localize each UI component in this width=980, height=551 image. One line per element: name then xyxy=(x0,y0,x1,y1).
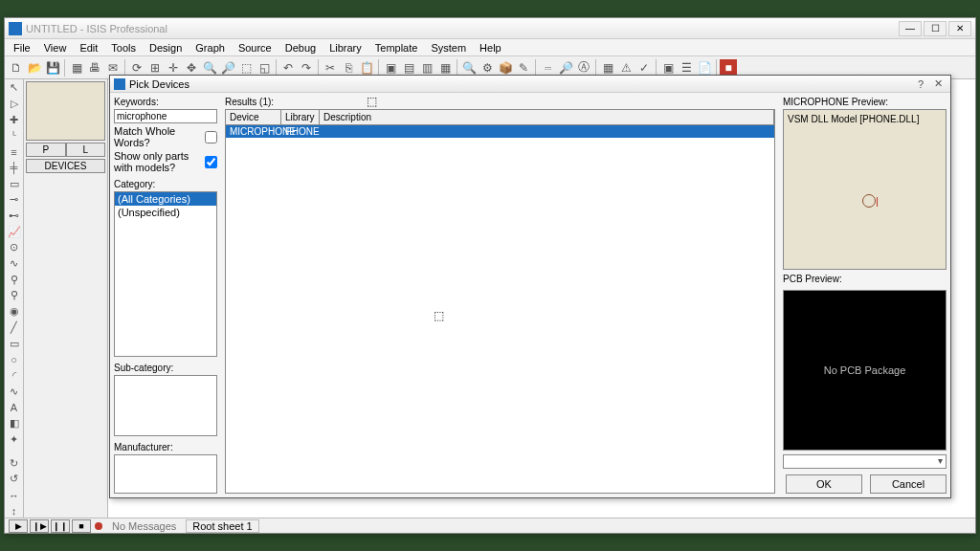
compile-icon[interactable]: ✓ xyxy=(635,59,653,77)
selection-icon[interactable]: ↖ xyxy=(7,81,22,95)
instrument-icon[interactable]: ◉ xyxy=(7,305,22,319)
bus-icon[interactable]: ╪ xyxy=(7,162,22,175)
symbol-icon[interactable]: ◧ xyxy=(7,417,22,430)
arc-icon[interactable]: ◜ xyxy=(7,369,22,383)
sim-pause-button[interactable]: ❙❙ xyxy=(51,519,70,533)
menu-file[interactable]: File xyxy=(7,40,37,55)
menu-debug[interactable]: Debug xyxy=(278,40,323,55)
category-list[interactable]: (All Categories) (Unspecified) xyxy=(114,191,217,357)
grid-icon[interactable]: ⊞ xyxy=(146,59,164,77)
print-area-icon[interactable]: ▦ xyxy=(68,59,85,77)
script-icon[interactable]: ≡ xyxy=(7,145,22,159)
pin-icon[interactable]: ⊷ xyxy=(7,209,22,223)
dialog-help-button[interactable]: ? xyxy=(912,78,929,90)
package-icon[interactable]: 📦 xyxy=(497,59,514,77)
mirror-h-icon[interactable]: ↔ xyxy=(7,489,22,502)
menu-edit[interactable]: Edit xyxy=(73,40,104,55)
netlist-icon[interactable]: ▦ xyxy=(599,59,616,77)
subcategory-list[interactable] xyxy=(114,375,217,437)
zoom-all-icon[interactable]: ⬚ xyxy=(237,59,255,77)
sim-stop-button[interactable]: ■ xyxy=(72,519,91,533)
tape-icon[interactable]: ⊙ xyxy=(7,241,22,254)
subcircuit-icon[interactable]: ▭ xyxy=(7,177,22,190)
zoom-out-icon[interactable]: 🔎 xyxy=(219,59,236,77)
category-item-unspecified[interactable]: (Unspecified) xyxy=(115,206,216,219)
package-combo[interactable] xyxy=(783,454,947,469)
overview-window[interactable] xyxy=(26,81,105,141)
circle-icon[interactable]: ○ xyxy=(7,353,22,366)
search-icon[interactable]: 🔎 xyxy=(557,59,574,77)
close-button[interactable]: ✕ xyxy=(948,21,971,36)
bom-icon[interactable]: ☰ xyxy=(678,59,695,77)
menu-library[interactable]: Library xyxy=(323,40,368,55)
menu-system[interactable]: System xyxy=(424,40,473,55)
block-move-icon[interactable]: ▤ xyxy=(400,59,417,77)
wirelabel-icon[interactable]: ᴸ xyxy=(7,129,22,143)
paste-icon[interactable]: 📋 xyxy=(358,59,375,77)
devices-button[interactable]: DEVICES xyxy=(26,159,105,173)
mirror-v-icon[interactable]: ↕ xyxy=(7,504,22,518)
block-delete-icon[interactable]: ▦ xyxy=(436,59,454,77)
show-only-checkbox[interactable] xyxy=(205,156,217,168)
menu-source[interactable]: Source xyxy=(232,40,278,55)
graph-icon[interactable]: 📈 xyxy=(7,225,22,238)
open-icon[interactable]: 📂 xyxy=(26,59,43,77)
maximize-button[interactable]: ☐ xyxy=(924,21,947,36)
cancel-button[interactable]: Cancel xyxy=(870,474,947,494)
menu-help[interactable]: Help xyxy=(473,40,508,55)
menu-design[interactable]: Design xyxy=(143,40,189,55)
l-button[interactable]: L xyxy=(66,143,106,157)
stop-icon[interactable]: ■ xyxy=(720,59,737,77)
match-whole-checkbox[interactable] xyxy=(205,131,217,143)
marker-icon[interactable]: ✦ xyxy=(7,432,22,446)
pick-icon[interactable]: 🔍 xyxy=(460,59,478,77)
copy-icon[interactable]: ⎘ xyxy=(340,59,357,77)
probe-i-icon[interactable]: ⚲ xyxy=(7,289,22,302)
print-icon[interactable]: 🖶 xyxy=(86,59,103,77)
menu-view[interactable]: View xyxy=(37,40,74,55)
line-icon[interactable]: ╱ xyxy=(7,321,22,335)
zoom-in-icon[interactable]: 🔍 xyxy=(201,59,218,77)
zoom-area-icon[interactable]: ◱ xyxy=(256,59,273,77)
terminal-icon[interactable]: ⊸ xyxy=(7,193,22,207)
category-item-all[interactable]: (All Categories) xyxy=(115,192,216,206)
component-icon[interactable]: ▷ xyxy=(7,98,22,111)
p-button[interactable]: P xyxy=(26,143,66,157)
block-copy-icon[interactable]: ▣ xyxy=(382,59,399,77)
undo-icon[interactable]: ↶ xyxy=(279,59,297,77)
dialog-close-button[interactable]: ✕ xyxy=(929,77,947,90)
decompose-icon[interactable]: ✎ xyxy=(515,59,532,77)
junction-icon[interactable]: ✚ xyxy=(7,113,22,126)
origin-icon[interactable]: ✛ xyxy=(165,59,182,77)
sim-play-button[interactable]: ▶ xyxy=(9,519,28,533)
text-icon[interactable]: A xyxy=(7,401,22,414)
redo-icon[interactable]: ↷ xyxy=(298,59,315,77)
minimize-button[interactable]: — xyxy=(899,21,922,36)
ok-button[interactable]: OK xyxy=(786,474,862,494)
new-icon[interactable]: 🗋 xyxy=(8,59,25,77)
toggle-wire-icon[interactable]: ⎓ xyxy=(539,59,556,77)
rotate-cw-icon[interactable]: ↻ xyxy=(7,456,22,470)
col-description[interactable]: Description xyxy=(320,110,774,124)
mail-icon[interactable]: ✉ xyxy=(104,59,122,77)
manufacturer-list[interactable] xyxy=(114,454,217,494)
menu-tools[interactable]: Tools xyxy=(104,40,143,55)
pan-icon[interactable]: ✥ xyxy=(183,59,200,77)
refresh-icon[interactable]: ⟳ xyxy=(128,59,145,77)
property-icon[interactable]: Ⓐ xyxy=(575,59,592,77)
menu-template[interactable]: Template xyxy=(368,40,425,55)
save-icon[interactable]: 💾 xyxy=(44,59,61,77)
box-icon[interactable]: ▭ xyxy=(7,337,22,350)
sim-step-button[interactable]: ❙▶ xyxy=(30,519,49,533)
erc-icon[interactable]: ⚠ xyxy=(617,59,635,77)
path-icon[interactable]: ∿ xyxy=(7,385,22,398)
cut-icon[interactable]: ✂ xyxy=(322,59,339,77)
col-library[interactable]: Library xyxy=(281,110,320,124)
rotate-ccw-icon[interactable]: ↺ xyxy=(7,473,22,486)
ares-icon[interactable]: ▣ xyxy=(659,59,677,77)
probe-v-icon[interactable]: ⚲ xyxy=(7,273,22,286)
make-icon[interactable]: ⚙ xyxy=(479,59,496,77)
keywords-input[interactable] xyxy=(114,109,217,123)
menu-graph[interactable]: Graph xyxy=(189,40,232,55)
block-rotate-icon[interactable]: ▥ xyxy=(418,59,435,77)
